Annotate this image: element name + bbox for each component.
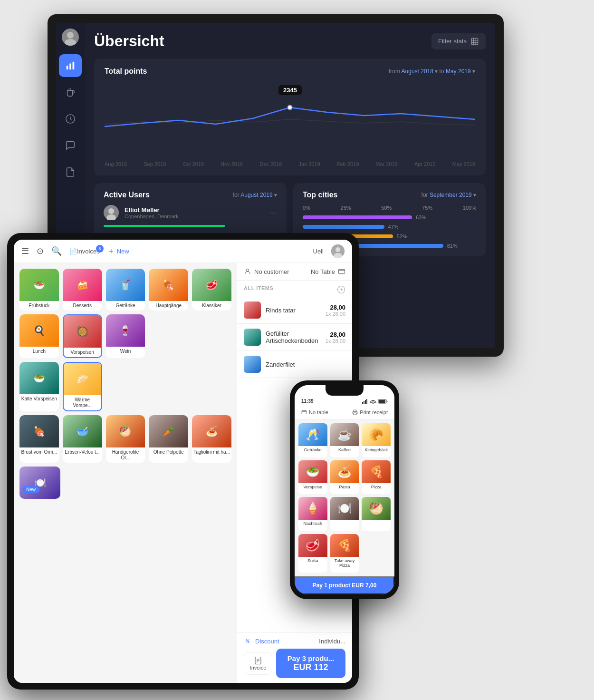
chart-label-0: Aug 2018 [105, 161, 127, 167]
new-badge: New [22, 486, 39, 493]
list-item[interactable]: 🍽️ [330, 497, 359, 531]
list-item[interactable]: 🥩 Sniša [298, 534, 327, 573]
list-item[interactable]: 🥐 Kleingebäck [362, 423, 391, 457]
list-item[interactable]: 🍕 Pizza [362, 460, 391, 495]
svg-point-20 [246, 269, 249, 272]
list-item[interactable]: 🥂 Getränke [298, 423, 327, 457]
list-item[interactable]: 🍖 Hauptgänge [149, 269, 188, 311]
list-item[interactable]: 🥕 Ohne Polpette [149, 415, 188, 463]
card-header: Total points from August 2018 ▾ to May 2… [105, 67, 475, 76]
print-receipt-topbar[interactable]: Print receipt [352, 409, 388, 415]
active-users-period: for August 2019 ▾ [233, 192, 277, 198]
no-table-topbar[interactable]: No table [301, 409, 328, 415]
food-label: Handgerolite Or... [106, 447, 145, 463]
list-item[interactable]: 🍦 Nachtisch [298, 497, 327, 531]
list-item[interactable]: 🥗 Kalte Vorspeisen [19, 362, 59, 411]
svg-rect-35 [379, 400, 385, 403]
chart-label-8: Apr 2019 [414, 161, 436, 167]
axis-3: 75% [422, 205, 432, 211]
city-pct-0: 63% [416, 214, 426, 220]
discount-label: Discount [255, 638, 279, 645]
chart-tooltip: 2345 [278, 85, 302, 95]
invoice-button[interactable]: Invoice [244, 652, 272, 675]
list-item[interactable]: 🍝 Pasta [330, 460, 359, 495]
svg-point-13 [287, 105, 292, 110]
list-item[interactable]: 🍖 Brust vom Orm... [19, 415, 59, 463]
axis-1: 25% [341, 205, 351, 211]
order-section-header: ALL ITEMS [237, 281, 352, 297]
location-icon[interactable]: ⊙ [37, 246, 44, 256]
food-label: Desserts [63, 301, 102, 311]
axis-0: 0% [303, 205, 310, 211]
chart-labels: Aug 2018 Sep 2018 Oct 2018 Nov 2018 Dec … [105, 161, 475, 167]
food-label: Getränke [106, 301, 145, 311]
list-item[interactable]: 🥙 [362, 497, 391, 531]
list-item[interactable]: 🥩 Klassiker [192, 269, 231, 311]
list-item[interactable]: 🍽️ [19, 467, 60, 499]
axis-4: 100% [463, 205, 476, 211]
invoices-tab[interactable]: 📄 Invoices 8 [69, 248, 100, 255]
active-user-row: Elliot Møller Copenhagen, Denmark ··· [104, 205, 277, 220]
hamburger-icon[interactable]: ☰ [21, 246, 29, 256]
date-range: from August 2018 ▾ to May 2019 ▾ [389, 68, 475, 75]
tablet-topbar: ☰ ⊙ 🔍 📄 Invoices 8 ＋ New Ueli [14, 240, 352, 263]
phone-topbar: No table Print receipt [295, 407, 394, 419]
list-item[interactable]: 🥟 Warme Vorspe... [63, 362, 102, 411]
no-table[interactable]: No Table [311, 268, 345, 275]
food-label: Kalte Vorspeisen [19, 394, 59, 404]
page-title: Übersicht [94, 32, 164, 50]
food-label: Tagliolini mit ha... [192, 447, 231, 457]
list-item[interactable]: 🥗 Vorspeise [298, 460, 327, 495]
list-item[interactable]: 🥙 Handgerolite Or... [106, 415, 145, 463]
svg-rect-4 [69, 63, 71, 69]
order-item-name: Zanderfilet [266, 361, 341, 368]
battery-icon [378, 399, 388, 404]
svg-rect-5 [73, 62, 75, 70]
list-item[interactable]: 🥗 Frühstück [19, 269, 59, 311]
sidebar-item-coffee[interactable] [59, 81, 82, 104]
list-item[interactable]: 🍷 Wein [106, 314, 145, 358]
filter-stats-button[interactable]: Filter stats [431, 33, 486, 49]
food-label: Erbsen-Velou t... [63, 447, 102, 457]
no-customer[interactable]: No customer [244, 268, 289, 275]
list-item[interactable]: 🥤 Getränke [106, 269, 145, 311]
list-item[interactable]: 🍰 Desserts [63, 269, 102, 311]
table-row: Gefüllter Artischockenboden 28,00 1x 28,… [237, 324, 352, 351]
active-users-header: Active Users for August 2019 ▾ [104, 191, 277, 199]
new-button[interactable]: ＋ New [107, 246, 129, 256]
search-icon[interactable]: 🔍 [51, 246, 62, 256]
list-item[interactable]: 🍕 Take away Pizza [330, 534, 359, 573]
app-header: Übersicht Filter stats [94, 32, 486, 50]
city-pct-2: 52% [397, 233, 407, 239]
discount-row[interactable]: Discount Individu... [244, 637, 345, 645]
list-item[interactable]: 🍝 Tagliolini mit ha... [192, 415, 231, 463]
svg-point-23 [246, 640, 248, 641]
city-bar-0: 63% [303, 214, 476, 220]
plus-icon: ＋ [107, 246, 115, 256]
svg-rect-21 [338, 269, 345, 273]
list-item[interactable]: 🍳 Lunch [19, 314, 59, 358]
sidebar-item-chart[interactable] [59, 54, 82, 77]
empty-slot [192, 314, 231, 357]
chart-label-5: Jan 2019 [298, 161, 320, 167]
sidebar-item-documents[interactable] [59, 161, 82, 184]
total-points-label: Total points [105, 67, 147, 76]
food-grid-row3: 🥗 Kalte Vorspeisen 🥟 Warme Vorspe... [19, 362, 231, 411]
list-item[interactable]: ☕ Kaffee [330, 423, 359, 457]
table-row: Rinds tatar 28,00 1x 28,00 [237, 297, 352, 324]
sidebar-item-food[interactable] [59, 107, 82, 130]
list-item[interactable]: 🥘 Vorspeisen [63, 314, 102, 358]
list-item[interactable]: 🥣 Erbsen-Velou t... [63, 415, 102, 463]
top-cities-header: Top cities for September 2019 ▾ [303, 191, 476, 199]
svg-rect-32 [365, 400, 366, 404]
chart-label-9: May 2019 [452, 161, 475, 167]
svg-rect-38 [354, 413, 356, 415]
food-grid-row1: 🥗 Frühstück 🍰 Desserts 🥤 Getränke 🍖 Haup… [19, 269, 231, 311]
new-item-row: 🍽️ New [19, 467, 231, 495]
sidebar-item-messages[interactable] [59, 134, 82, 157]
food-label: Hauptgänge [149, 301, 188, 311]
food-panel: 🥗 Frühstück 🍰 Desserts 🥤 Getränke 🍖 Haup… [14, 263, 237, 683]
phone-pay-button[interactable]: Pay 1 product EUR 7,00 [295, 576, 394, 594]
table-icon [301, 409, 307, 415]
pay-button[interactable]: Pay 3 produ... EUR 112 [276, 649, 345, 678]
